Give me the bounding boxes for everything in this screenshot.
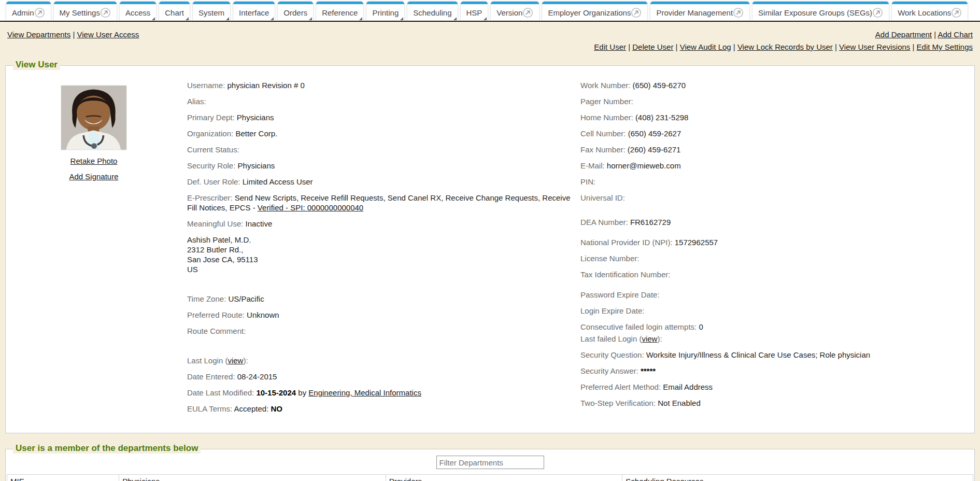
field-label: E-Mail: xyxy=(580,161,607,170)
field-row: License Number: xyxy=(580,253,964,263)
top-nav: AdminMy SettingsAccessChartSystemInterfa… xyxy=(0,0,980,22)
tab-admin[interactable]: Admin xyxy=(6,2,51,21)
link-view-departments[interactable]: View Departments xyxy=(7,30,70,39)
tab-reference[interactable]: Reference xyxy=(316,2,363,21)
field-value: (408) 231-5298 xyxy=(635,113,689,122)
link-view-user-revisions[interactable]: View User Revisions xyxy=(839,43,910,51)
tab-label: Provider Management xyxy=(656,8,733,17)
field-row: Fax Number: (260) 459-6271 xyxy=(580,145,964,154)
link-view-user-access[interactable]: View User Access xyxy=(77,30,139,39)
external-link-icon[interactable] xyxy=(631,7,642,18)
tab-hsp[interactable]: HSP xyxy=(461,2,488,21)
field-label: Organization: xyxy=(187,129,235,138)
add-signature-link[interactable]: Add Signature xyxy=(69,172,118,181)
user-fields-left: Username: physician Revision # 0Alias:Pr… xyxy=(187,79,573,433)
tab-label: Orders xyxy=(283,8,307,17)
external-link-icon[interactable] xyxy=(522,7,533,18)
field-link[interactable]: view xyxy=(228,356,243,365)
field-value: Unknown xyxy=(247,310,279,319)
tab-employer-organizations[interactable]: Employer Organizations xyxy=(542,2,647,21)
tab-label: Scheduling xyxy=(413,8,451,17)
field-value: 08-24-2015 xyxy=(237,372,277,381)
tab-system[interactable]: System xyxy=(193,2,230,21)
external-link-icon[interactable] xyxy=(951,7,962,18)
tab-my-settings[interactable]: My Settings xyxy=(54,2,117,21)
field-row: National Provider ID (NPI): 1572962557 xyxy=(580,237,964,247)
tab-provider-management[interactable]: Provider Management xyxy=(650,2,749,21)
spacer xyxy=(187,280,573,294)
field-label: Primary Dept: xyxy=(187,113,237,122)
field-label: Date Entered: xyxy=(187,372,237,381)
external-link-icon[interactable] xyxy=(872,7,883,18)
link-delete-user[interactable]: Delete User xyxy=(632,43,673,51)
filter-departments-input[interactable] xyxy=(436,456,544,469)
field-row: Two-Step Verification: Not Enabled xyxy=(580,398,964,408)
field-row: Login Expire Date: xyxy=(580,306,964,316)
tab-label: Version xyxy=(496,8,522,17)
tab-interface[interactable]: Interface xyxy=(233,2,275,21)
field-label: Universal ID: xyxy=(580,193,625,202)
field-row: EULA Terms: Accepted: NO xyxy=(187,404,573,414)
field-label: Security Question: xyxy=(580,350,646,359)
field-row: Security Question: Worksite Injury/Illne… xyxy=(580,350,964,360)
tab-scheduling[interactable]: Scheduling xyxy=(407,2,457,21)
link-view-audit-log[interactable]: View Audit Log xyxy=(680,43,731,51)
tab-work-locations[interactable]: Work Locations xyxy=(892,2,968,21)
field-row: Last Login (view): xyxy=(187,356,573,365)
view-user-legend: View User xyxy=(13,60,60,70)
department-cell: Scheduling Resources xyxy=(622,475,973,481)
field-link[interactable]: Verified - SPI: 0000000000040 xyxy=(258,203,363,212)
field-row: Route Comment: xyxy=(187,326,573,336)
view-user-fieldset: View User Ret xyxy=(5,65,975,433)
field-value: 0 xyxy=(699,322,703,331)
link-edit-user[interactable]: Edit User xyxy=(594,43,626,51)
field-row: Preferred Route: Unknown xyxy=(187,310,573,320)
field-row: Def. User Role: Limited Access User xyxy=(187,177,573,187)
external-link-icon[interactable] xyxy=(100,7,111,18)
tab-label: Reference xyxy=(322,8,358,17)
field-label: Fax Number: xyxy=(580,145,628,154)
departments-fieldset: User is a member of the departments belo… xyxy=(5,449,975,481)
field-label: License Number: xyxy=(580,254,639,263)
field-value: Worksite Injury/Illness & Clinical Care … xyxy=(646,350,870,359)
field-row: DEA Number: FR6162729 xyxy=(580,217,964,227)
external-link-icon[interactable] xyxy=(34,7,45,18)
field-row: Organization: Better Corp. xyxy=(187,129,573,138)
external-link-icon[interactable] xyxy=(733,7,744,18)
field-link[interactable]: view xyxy=(642,334,657,343)
tab-version[interactable]: Version xyxy=(491,2,539,21)
link-add-department[interactable]: Add Department xyxy=(875,30,932,39)
tab-access[interactable]: Access xyxy=(120,2,156,21)
field-value: (650) 459-6270 xyxy=(633,81,686,90)
field-link[interactable]: Engineering, Medical Informatics xyxy=(308,388,421,397)
tab-label: Interface xyxy=(239,8,269,17)
tab-orders[interactable]: Orders xyxy=(278,2,313,21)
tab-similar-exposure-groups-segs[interactable]: Similar Exposure Groups (SEGs) xyxy=(752,2,889,21)
retake-photo-link[interactable]: Retake Photo xyxy=(70,157,118,165)
separator: | xyxy=(833,43,839,51)
link-edit-my-settings[interactable]: Edit My Settings xyxy=(917,43,973,51)
departments-legend: User is a member of the departments belo… xyxy=(13,443,201,454)
field-row: Consecutive failed login attempts: 0 xyxy=(580,322,964,332)
department-cell: Physicians xyxy=(119,475,386,481)
field-label: DEA Number: xyxy=(580,218,630,227)
address-line: Ashish Patel, M.D. xyxy=(187,235,573,245)
tab-label: HSP xyxy=(466,8,482,17)
tab-chart[interactable]: Chart xyxy=(159,2,190,21)
tab-label: My Settings xyxy=(60,8,100,17)
dropdown-corner-icon xyxy=(186,17,189,20)
field-value: US/Pacific xyxy=(228,294,264,303)
field-label: Work Number: xyxy=(580,81,633,90)
field-label: Current Status: xyxy=(187,145,239,154)
department-row: MIE Physicians Providers Scheduling Reso… xyxy=(7,475,973,481)
field-row: PIN: xyxy=(580,177,964,187)
field-label: Consecutive failed login attempts: xyxy=(580,322,699,331)
field-row: Username: physician Revision # 0 xyxy=(187,80,573,90)
link-add-chart[interactable]: Add Chart xyxy=(938,30,973,39)
field-label: Two-Step Verification: xyxy=(580,399,658,407)
field-bold: ***** xyxy=(641,366,656,375)
link-view-lock-records-by-user[interactable]: View Lock Records by User xyxy=(737,43,833,51)
tab-printing[interactable]: Printing xyxy=(366,2,404,21)
field-row: Preferred Alert Method: Email Address xyxy=(580,382,964,392)
spacer xyxy=(187,342,573,356)
